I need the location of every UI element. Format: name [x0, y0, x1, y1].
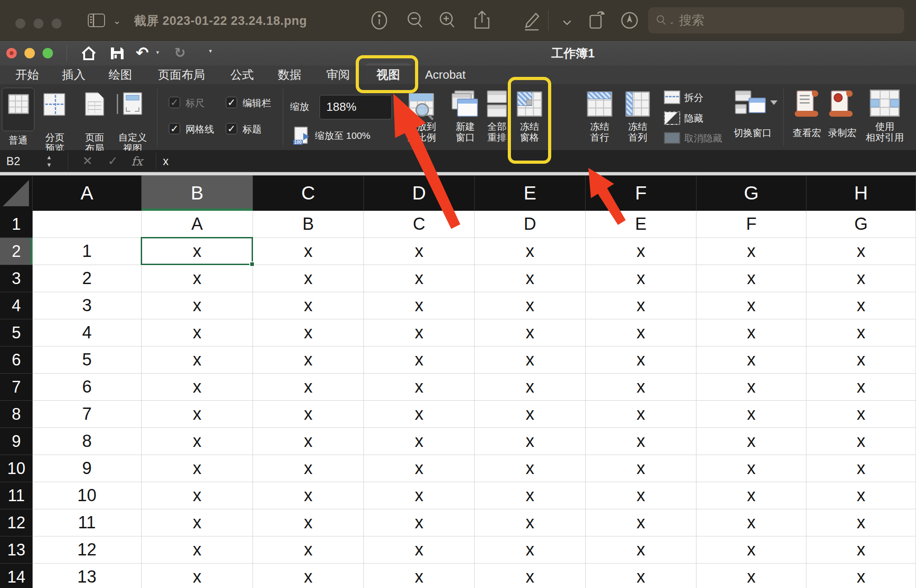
tab-视图[interactable]: 视图: [377, 66, 400, 84]
cell-F2[interactable]: x: [586, 238, 697, 265]
cell-E8[interactable]: x: [475, 401, 586, 428]
cell-H14[interactable]: x: [806, 564, 916, 588]
cell-C13[interactable]: x: [253, 536, 364, 564]
col-header-F[interactable]: F: [586, 175, 697, 211]
col-header-C[interactable]: C: [253, 175, 364, 211]
cell-A4[interactable]: 3: [33, 292, 142, 319]
pen-circle-icon[interactable]: [618, 9, 641, 32]
cell-A13[interactable]: 12: [33, 536, 142, 564]
markup-pencil-icon[interactable]: [520, 9, 543, 32]
cell-G12[interactable]: x: [697, 509, 806, 536]
cell-H2[interactable]: x: [806, 238, 916, 265]
row-header-10[interactable]: 10: [0, 455, 33, 482]
cell-G7[interactable]: x: [697, 374, 806, 401]
cell-C9[interactable]: x: [253, 428, 364, 455]
cell-B14[interactable]: x: [142, 564, 253, 588]
cell-A2[interactable]: 1: [33, 238, 142, 265]
cell-B8[interactable]: x: [142, 401, 253, 428]
row-header-1[interactable]: 1: [0, 211, 33, 238]
cancel-icon[interactable]: ✕: [82, 151, 93, 172]
cell-F13[interactable]: x: [586, 536, 697, 564]
cell-A12[interactable]: 11: [33, 509, 142, 536]
col-header-G[interactable]: G: [697, 175, 806, 211]
cell-D4[interactable]: x: [364, 292, 475, 319]
sidebar-chevron-icon[interactable]: ⌄: [113, 15, 121, 26]
cell-D5[interactable]: x: [364, 319, 475, 346]
cell-D3[interactable]: x: [364, 265, 475, 292]
cell-D7[interactable]: x: [364, 374, 475, 401]
row-header-14[interactable]: 14: [0, 564, 33, 588]
row-header-2[interactable]: 2: [0, 238, 33, 265]
row-header-3[interactable]: 3: [0, 265, 33, 292]
cell-G9[interactable]: x: [697, 428, 806, 455]
undo-dropdown-icon[interactable]: ▾: [156, 49, 159, 56]
zoom-in-icon[interactable]: [436, 9, 458, 32]
cell-B6[interactable]: x: [142, 346, 253, 374]
col-header-D[interactable]: D: [364, 175, 475, 211]
cell-A5[interactable]: 4: [33, 319, 142, 346]
tab-数据[interactable]: 数据: [278, 66, 301, 84]
zoom-out-icon[interactable]: [404, 9, 426, 32]
cell-G2[interactable]: x: [697, 238, 806, 265]
cell-D2[interactable]: x: [364, 238, 475, 265]
info-icon[interactable]: [368, 9, 391, 32]
cell-G1[interactable]: F: [697, 211, 806, 238]
traffic-close-inactive[interactable]: [15, 19, 25, 28]
cell-E4[interactable]: x: [475, 292, 586, 319]
cell-E11[interactable]: x: [475, 482, 586, 509]
cell-A7[interactable]: 6: [33, 374, 142, 401]
cell-H6[interactable]: x: [806, 346, 916, 374]
row-header-13[interactable]: 13: [0, 536, 33, 564]
col-header-H[interactable]: H: [806, 175, 916, 211]
cell-H12[interactable]: x: [806, 509, 916, 536]
cell-E14[interactable]: x: [475, 564, 586, 588]
save-icon[interactable]: [110, 46, 125, 62]
cell-B13[interactable]: x: [142, 536, 253, 564]
cell-E2[interactable]: x: [475, 238, 586, 265]
traffic-minimize-inactive[interactable]: [33, 19, 43, 28]
cell-C12[interactable]: x: [253, 509, 364, 536]
cell-F3[interactable]: x: [586, 265, 697, 292]
col-header-B[interactable]: B: [142, 175, 253, 211]
cell-H10[interactable]: x: [806, 455, 916, 482]
cell-E6[interactable]: x: [475, 346, 586, 374]
cell-A10[interactable]: 9: [33, 455, 142, 482]
row-header-6[interactable]: 6: [0, 346, 33, 374]
cell-E13[interactable]: x: [475, 536, 586, 564]
home-icon[interactable]: [81, 46, 97, 63]
cell-E7[interactable]: x: [475, 374, 586, 401]
row-header-12[interactable]: 12: [0, 509, 33, 536]
row-header-4[interactable]: 4: [0, 292, 33, 319]
cell-F11[interactable]: x: [586, 482, 697, 509]
cell-G6[interactable]: x: [697, 346, 806, 374]
cell-G3[interactable]: x: [697, 265, 806, 292]
cell-G10[interactable]: x: [697, 455, 806, 482]
cell-D1[interactable]: C: [364, 211, 475, 238]
search-field[interactable]: ⌄ 搜索: [648, 7, 904, 33]
cell-F8[interactable]: x: [586, 401, 697, 428]
cell-C4[interactable]: x: [253, 292, 364, 319]
tab-公式[interactable]: 公式: [230, 66, 254, 84]
cell-B11[interactable]: x: [142, 482, 253, 509]
cell-C1[interactable]: B: [253, 211, 364, 238]
cell-B4[interactable]: x: [142, 292, 253, 319]
share-icon[interactable]: [471, 9, 493, 32]
tab-插入[interactable]: 插入: [62, 66, 86, 84]
cell-F6[interactable]: x: [586, 346, 697, 374]
cell-H3[interactable]: x: [806, 265, 916, 292]
cell-E9[interactable]: x: [475, 428, 586, 455]
cell-D9[interactable]: x: [364, 428, 475, 455]
cell-E12[interactable]: x: [475, 509, 586, 536]
enter-icon[interactable]: ✓: [108, 151, 118, 172]
cell-D12[interactable]: x: [364, 509, 475, 536]
cell-F4[interactable]: x: [586, 292, 697, 319]
cell-G5[interactable]: x: [697, 319, 806, 346]
cell-E1[interactable]: D: [475, 211, 586, 238]
cell-D10[interactable]: x: [364, 455, 475, 482]
cell-B3[interactable]: x: [142, 265, 253, 292]
tab-Acrobat[interactable]: Acrobat: [425, 66, 466, 84]
cell-C10[interactable]: x: [253, 455, 364, 482]
minimize-button[interactable]: [24, 48, 35, 58]
traffic-zoom-inactive[interactable]: [52, 19, 62, 28]
col-header-E[interactable]: E: [475, 175, 586, 211]
